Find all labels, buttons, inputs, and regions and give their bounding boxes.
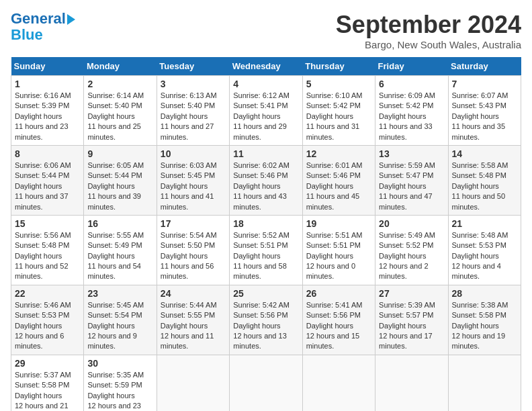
day-info: Sunrise: 6:12 AM Sunset: 5:41 PM Dayligh… <box>233 91 298 142</box>
day-number: 16 <box>87 218 152 229</box>
day-number: 6 <box>379 79 444 89</box>
weekday-header: Sunday <box>11 57 84 76</box>
calendar-cell: 25 Sunrise: 5:42 AM Sunset: 5:56 PM Dayl… <box>230 285 302 355</box>
day-number: 11 <box>233 148 298 159</box>
weekday-header: Saturday <box>448 57 521 76</box>
calendar-cell: 28 Sunrise: 5:38 AM Sunset: 5:58 PM Dayl… <box>448 285 521 355</box>
calendar-week-row: 8 Sunrise: 6:06 AM Sunset: 5:44 PM Dayli… <box>11 145 521 215</box>
day-number: 3 <box>161 79 226 89</box>
day-number: 27 <box>379 288 444 299</box>
day-number: 30 <box>87 358 152 369</box>
calendar-table: SundayMondayTuesdayWednesdayThursdayFrid… <box>11 57 521 411</box>
day-info: Sunrise: 5:44 AM Sunset: 5:55 PM Dayligh… <box>161 300 226 352</box>
calendar-cell: 3 Sunrise: 6:13 AM Sunset: 5:40 PM Dayli… <box>157 76 229 146</box>
day-number: 24 <box>161 288 226 299</box>
calendar-cell: 27 Sunrise: 5:39 AM Sunset: 5:57 PM Dayl… <box>375 285 448 355</box>
calendar-cell: 9 Sunrise: 6:05 AM Sunset: 5:44 PM Dayli… <box>84 145 157 215</box>
day-info: Sunrise: 6:03 AM Sunset: 5:45 PM Dayligh… <box>161 161 226 212</box>
logo-general: General <box>11 10 66 27</box>
calendar-cell: 14 Sunrise: 5:58 AM Sunset: 5:48 PM Dayl… <box>448 145 521 215</box>
calendar-cell <box>230 355 302 411</box>
day-info: Sunrise: 5:48 AM Sunset: 5:53 PM Dayligh… <box>452 230 517 282</box>
calendar-cell: 29 Sunrise: 5:37 AM Sunset: 5:58 PM Dayl… <box>11 355 84 411</box>
calendar-cell: 13 Sunrise: 5:59 AM Sunset: 5:47 PM Dayl… <box>375 145 448 215</box>
calendar-cell: 5 Sunrise: 6:10 AM Sunset: 5:42 PM Dayli… <box>302 76 375 146</box>
day-number: 19 <box>306 218 371 229</box>
day-number: 28 <box>452 288 517 299</box>
calendar-week-row: 15 Sunrise: 5:56 AM Sunset: 5:48 PM Dayl… <box>11 215 521 285</box>
logo: General Blue <box>11 11 75 43</box>
day-number: 12 <box>306 148 371 159</box>
calendar-cell: 21 Sunrise: 5:48 AM Sunset: 5:53 PM Dayl… <box>448 215 521 285</box>
day-info: Sunrise: 5:41 AM Sunset: 5:56 PM Dayligh… <box>306 300 371 352</box>
day-number: 20 <box>379 218 444 229</box>
calendar-cell <box>375 355 448 411</box>
logo-blue: Blue <box>11 26 43 43</box>
calendar-cell: 4 Sunrise: 6:12 AM Sunset: 5:41 PM Dayli… <box>230 76 302 146</box>
weekday-header: Tuesday <box>157 57 229 76</box>
day-info: Sunrise: 5:54 AM Sunset: 5:50 PM Dayligh… <box>161 230 226 282</box>
day-number: 22 <box>15 288 80 299</box>
calendar-week-row: 1 Sunrise: 6:16 AM Sunset: 5:39 PM Dayli… <box>11 76 521 146</box>
calendar-cell: 18 Sunrise: 5:52 AM Sunset: 5:51 PM Dayl… <box>230 215 302 285</box>
day-number: 14 <box>452 148 517 159</box>
day-info: Sunrise: 5:49 AM Sunset: 5:52 PM Dayligh… <box>379 230 444 282</box>
day-info: Sunrise: 5:56 AM Sunset: 5:48 PM Dayligh… <box>15 230 80 282</box>
calendar-cell: 7 Sunrise: 6:07 AM Sunset: 5:43 PM Dayli… <box>448 76 521 146</box>
day-info: Sunrise: 6:09 AM Sunset: 5:42 PM Dayligh… <box>379 91 444 142</box>
day-info: Sunrise: 5:52 AM Sunset: 5:51 PM Dayligh… <box>233 230 298 282</box>
day-info: Sunrise: 6:02 AM Sunset: 5:46 PM Dayligh… <box>233 161 298 212</box>
day-info: Sunrise: 5:39 AM Sunset: 5:57 PM Dayligh… <box>379 300 444 352</box>
day-info: Sunrise: 5:38 AM Sunset: 5:58 PM Dayligh… <box>452 300 517 352</box>
weekday-header: Wednesday <box>230 57 302 76</box>
day-number: 10 <box>161 148 226 159</box>
month-title: September 2024 <box>336 11 521 39</box>
calendar-cell: 17 Sunrise: 5:54 AM Sunset: 5:50 PM Dayl… <box>157 215 229 285</box>
day-info: Sunrise: 5:58 AM Sunset: 5:48 PM Dayligh… <box>452 161 517 212</box>
calendar-cell: 30 Sunrise: 5:35 AM Sunset: 5:59 PM Dayl… <box>84 355 157 411</box>
day-info: Sunrise: 6:06 AM Sunset: 5:44 PM Dayligh… <box>15 161 80 212</box>
calendar-cell <box>157 355 229 411</box>
day-info: Sunrise: 6:07 AM Sunset: 5:43 PM Dayligh… <box>452 91 517 142</box>
day-info: Sunrise: 6:01 AM Sunset: 5:46 PM Dayligh… <box>306 161 371 212</box>
day-number: 7 <box>452 79 517 89</box>
day-number: 25 <box>233 288 298 299</box>
day-info: Sunrise: 5:42 AM Sunset: 5:56 PM Dayligh… <box>233 300 298 352</box>
calendar-cell: 2 Sunrise: 6:14 AM Sunset: 5:40 PM Dayli… <box>84 76 157 146</box>
day-number: 9 <box>87 148 152 159</box>
day-number: 26 <box>306 288 371 299</box>
calendar-cell: 1 Sunrise: 6:16 AM Sunset: 5:39 PM Dayli… <box>11 76 84 146</box>
day-info: Sunrise: 5:55 AM Sunset: 5:49 PM Dayligh… <box>87 230 152 282</box>
calendar-cell: 6 Sunrise: 6:09 AM Sunset: 5:42 PM Dayli… <box>375 76 448 146</box>
day-number: 29 <box>15 358 80 369</box>
day-number: 8 <box>15 148 80 159</box>
day-number: 17 <box>161 218 226 229</box>
calendar-cell: 20 Sunrise: 5:49 AM Sunset: 5:52 PM Dayl… <box>375 215 448 285</box>
calendar-cell: 24 Sunrise: 5:44 AM Sunset: 5:55 PM Dayl… <box>157 285 229 355</box>
weekday-header: Monday <box>84 57 157 76</box>
day-info: Sunrise: 6:10 AM Sunset: 5:42 PM Dayligh… <box>306 91 371 142</box>
day-number: 15 <box>15 218 80 229</box>
calendar-cell: 16 Sunrise: 5:55 AM Sunset: 5:49 PM Dayl… <box>84 215 157 285</box>
day-number: 5 <box>306 79 371 89</box>
day-number: 4 <box>233 79 298 89</box>
day-info: Sunrise: 5:45 AM Sunset: 5:54 PM Dayligh… <box>87 300 152 352</box>
calendar-cell: 26 Sunrise: 5:41 AM Sunset: 5:56 PM Dayl… <box>302 285 375 355</box>
day-number: 1 <box>15 79 80 89</box>
day-info: Sunrise: 6:13 AM Sunset: 5:40 PM Dayligh… <box>161 91 226 142</box>
day-info: Sunrise: 5:35 AM Sunset: 5:59 PM Dayligh… <box>87 370 152 411</box>
location: Bargo, New South Wales, Australia <box>336 39 521 50</box>
calendar-cell: 23 Sunrise: 5:45 AM Sunset: 5:54 PM Dayl… <box>84 285 157 355</box>
calendar-cell: 19 Sunrise: 5:51 AM Sunset: 5:51 PM Dayl… <box>302 215 375 285</box>
weekday-header: Thursday <box>302 57 375 76</box>
calendar-cell <box>302 355 375 411</box>
header-row: SundayMondayTuesdayWednesdayThursdayFrid… <box>11 57 521 76</box>
day-info: Sunrise: 6:16 AM Sunset: 5:39 PM Dayligh… <box>15 91 80 142</box>
day-info: Sunrise: 5:46 AM Sunset: 5:53 PM Dayligh… <box>15 300 80 352</box>
calendar-week-row: 22 Sunrise: 5:46 AM Sunset: 5:53 PM Dayl… <box>11 285 521 355</box>
day-number: 18 <box>233 218 298 229</box>
page-header: General Blue September 2024 Bargo, New S… <box>11 11 521 50</box>
day-number: 21 <box>452 218 517 229</box>
title-block: September 2024 Bargo, New South Wales, A… <box>336 11 521 50</box>
day-number: 2 <box>87 79 152 89</box>
